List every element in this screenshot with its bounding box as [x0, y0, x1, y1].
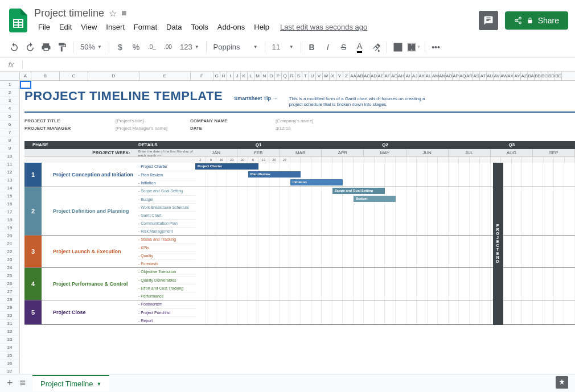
col-header[interactable]: BE [555, 72, 562, 80]
date-value[interactable]: 3/12/18 [276, 126, 291, 131]
row-header[interactable]: 22 [0, 248, 19, 256]
col-header[interactable]: AE [377, 72, 384, 80]
decrease-decimal-button[interactable]: .0_ [145, 40, 159, 55]
col-header[interactable]: AY [514, 72, 521, 80]
share-button[interactable]: Share [505, 11, 568, 30]
col-header[interactable]: H [220, 72, 227, 80]
row-header[interactable]: 25 [0, 272, 19, 280]
col-header[interactable]: AS [473, 72, 480, 80]
project-title-value[interactable]: [Project's title] [116, 118, 144, 123]
col-header[interactable]: F [191, 72, 213, 80]
row-header[interactable]: 26 [0, 280, 19, 288]
col-header[interactable]: M [254, 72, 261, 80]
row-header[interactable]: 23 [0, 256, 19, 264]
col-header[interactable]: U [309, 72, 316, 80]
row-header[interactable]: 1 [0, 81, 19, 89]
col-header[interactable]: AG [391, 72, 398, 80]
company-value[interactable]: [Company's name] [276, 118, 313, 123]
star-icon[interactable]: ☆ [109, 8, 117, 19]
merge-button[interactable]: ▼ [406, 40, 421, 55]
borders-button[interactable] [391, 40, 405, 55]
menu-insert[interactable]: Insert [102, 20, 129, 34]
row-header[interactable]: 12 [0, 168, 19, 176]
col-header[interactable]: AT [480, 72, 487, 80]
gantt-bar[interactable]: Project Charter [195, 163, 258, 170]
all-sheets-button[interactable]: ≡ [20, 377, 26, 389]
col-header[interactable]: AC [364, 72, 371, 80]
sheets-logo[interactable] [7, 7, 30, 34]
col-header[interactable]: X [330, 72, 336, 80]
col-header[interactable]: K [241, 72, 248, 80]
sheet-tab[interactable]: Project Timeline ▼ [32, 375, 109, 391]
row-header[interactable]: 7 [0, 129, 19, 137]
row-header[interactable]: 24 [0, 264, 19, 272]
col-header[interactable]: O [268, 72, 275, 80]
col-header[interactable]: AL [425, 72, 432, 80]
gantt-bar[interactable]: Plan Review [248, 171, 301, 178]
paint-format-button[interactable] [55, 40, 69, 55]
gantt-bar[interactable]: Scope and Goal Setting [332, 188, 385, 194]
col-header[interactable]: AR [466, 72, 473, 80]
menu-view[interactable]: View [77, 20, 101, 34]
font-size-dropdown[interactable]: 11 ▼ [269, 40, 297, 55]
menu-help[interactable]: Help [250, 20, 273, 34]
col-header[interactable]: AI [405, 72, 412, 80]
col-header[interactable]: AP [453, 72, 459, 80]
col-header[interactable]: C [60, 72, 88, 80]
col-header[interactable]: N [261, 72, 268, 80]
col-header[interactable]: Z [343, 72, 350, 80]
menu-data[interactable]: Data [162, 20, 186, 34]
col-header[interactable]: AF [384, 72, 391, 80]
col-header[interactable]: AM [432, 72, 439, 80]
row-header[interactable]: 5 [0, 113, 19, 121]
col-header[interactable]: D [88, 72, 139, 80]
number-format-dropdown[interactable]: 123 ▼ [176, 40, 203, 55]
row-header[interactable]: 29 [0, 304, 19, 312]
col-header[interactable]: AO [446, 72, 453, 80]
gantt-bar[interactable]: Budget [354, 196, 396, 202]
row-header[interactable]: 6 [0, 121, 19, 129]
row-header[interactable]: 33 [0, 336, 19, 344]
row-header[interactable]: 13 [0, 176, 19, 184]
col-header[interactable]: Q [282, 72, 289, 80]
undo-button[interactable] [7, 40, 22, 55]
row-header[interactable]: 20 [0, 232, 19, 240]
col-header[interactable]: E [139, 72, 191, 80]
col-header[interactable]: A [20, 72, 31, 80]
row-header[interactable]: 34 [0, 344, 19, 352]
col-header[interactable]: J [234, 72, 241, 80]
more-button[interactable]: ••• [429, 40, 443, 55]
menu-edit[interactable]: Edit [55, 20, 76, 34]
font-dropdown[interactable]: Poppins ▼ [210, 40, 261, 55]
currency-button[interactable]: $ [113, 40, 128, 55]
row-header[interactable]: 8 [0, 137, 19, 145]
smartsheet-tip-link[interactable]: Smartsheet Tip → [234, 96, 277, 101]
menu-add-ons[interactable]: Add-ons [213, 20, 249, 34]
col-header[interactable]: AJ [412, 72, 418, 80]
col-header[interactable]: BB [535, 72, 541, 80]
row-header[interactable]: 3 [0, 97, 19, 105]
row-header[interactable]: 19 [0, 224, 19, 232]
row-header[interactable]: 32 [0, 328, 19, 336]
col-header[interactable]: T [302, 72, 309, 80]
row-header[interactable]: 11 [0, 160, 19, 168]
row-header[interactable]: 30 [0, 312, 19, 320]
col-header[interactable]: AQ [459, 72, 466, 80]
redo-button[interactable] [23, 40, 38, 55]
bold-button[interactable]: B [305, 40, 319, 55]
col-header[interactable]: AZ [521, 72, 528, 80]
project-manager-value[interactable]: [Project Manager's name] [116, 126, 167, 131]
col-header[interactable]: AX [507, 72, 514, 80]
col-header[interactable]: P [275, 72, 282, 80]
fill-color-button[interactable] [368, 40, 383, 55]
text-color-button[interactable]: A [352, 40, 367, 55]
row-header[interactable]: 9 [0, 145, 19, 152]
col-header[interactable]: AH [398, 72, 405, 80]
col-header[interactable]: AV [494, 72, 500, 80]
col-header[interactable]: V [316, 72, 323, 80]
menu-file[interactable]: File [34, 20, 54, 34]
select-all-corner[interactable] [0, 72, 20, 80]
strikethrough-button[interactable]: S [336, 40, 351, 55]
row-header[interactable]: 17 [0, 208, 19, 216]
row-header[interactable]: 31 [0, 320, 19, 328]
